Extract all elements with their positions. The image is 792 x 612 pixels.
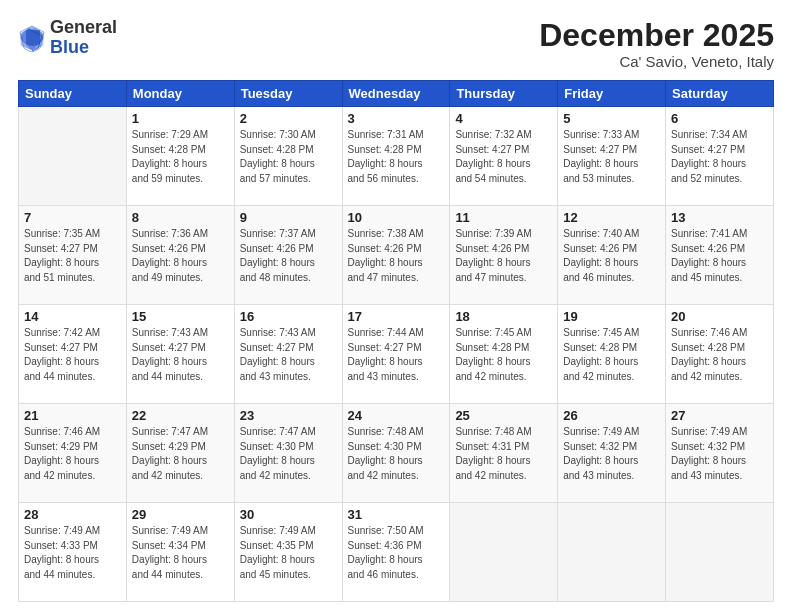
day-info: Sunrise: 7:49 AM Sunset: 4:35 PM Dayligh… — [240, 524, 337, 582]
day-info: Sunrise: 7:42 AM Sunset: 4:27 PM Dayligh… — [24, 326, 121, 384]
day-number: 10 — [348, 210, 445, 225]
day-number: 11 — [455, 210, 552, 225]
calendar-cell: 17Sunrise: 7:44 AM Sunset: 4:27 PM Dayli… — [342, 305, 450, 404]
calendar-cell — [558, 503, 666, 602]
day-info: Sunrise: 7:35 AM Sunset: 4:27 PM Dayligh… — [24, 227, 121, 285]
calendar-cell: 9Sunrise: 7:37 AM Sunset: 4:26 PM Daylig… — [234, 206, 342, 305]
calendar-cell: 14Sunrise: 7:42 AM Sunset: 4:27 PM Dayli… — [19, 305, 127, 404]
calendar-cell: 23Sunrise: 7:47 AM Sunset: 4:30 PM Dayli… — [234, 404, 342, 503]
title-block: December 2025 Ca' Savio, Veneto, Italy — [539, 18, 774, 70]
calendar-cell: 18Sunrise: 7:45 AM Sunset: 4:28 PM Dayli… — [450, 305, 558, 404]
day-number: 1 — [132, 111, 229, 126]
calendar-week-4: 21Sunrise: 7:46 AM Sunset: 4:29 PM Dayli… — [19, 404, 774, 503]
day-number: 29 — [132, 507, 229, 522]
page: General Blue December 2025 Ca' Savio, Ve… — [0, 0, 792, 612]
calendar-table: SundayMondayTuesdayWednesdayThursdayFrid… — [18, 80, 774, 602]
calendar-cell: 20Sunrise: 7:46 AM Sunset: 4:28 PM Dayli… — [666, 305, 774, 404]
calendar-week-1: 1Sunrise: 7:29 AM Sunset: 4:28 PM Daylig… — [19, 107, 774, 206]
day-info: Sunrise: 7:32 AM Sunset: 4:27 PM Dayligh… — [455, 128, 552, 186]
day-info: Sunrise: 7:49 AM Sunset: 4:32 PM Dayligh… — [671, 425, 768, 483]
calendar-cell — [19, 107, 127, 206]
day-number: 28 — [24, 507, 121, 522]
calendar-cell: 30Sunrise: 7:49 AM Sunset: 4:35 PM Dayli… — [234, 503, 342, 602]
weekday-header-wednesday: Wednesday — [342, 81, 450, 107]
calendar-cell: 8Sunrise: 7:36 AM Sunset: 4:26 PM Daylig… — [126, 206, 234, 305]
day-number: 25 — [455, 408, 552, 423]
day-info: Sunrise: 7:43 AM Sunset: 4:27 PM Dayligh… — [240, 326, 337, 384]
weekday-header-saturday: Saturday — [666, 81, 774, 107]
weekday-header-monday: Monday — [126, 81, 234, 107]
calendar-cell — [450, 503, 558, 602]
calendar-cell: 16Sunrise: 7:43 AM Sunset: 4:27 PM Dayli… — [234, 305, 342, 404]
calendar-cell: 24Sunrise: 7:48 AM Sunset: 4:30 PM Dayli… — [342, 404, 450, 503]
logo-icon — [18, 24, 46, 52]
calendar-cell: 22Sunrise: 7:47 AM Sunset: 4:29 PM Dayli… — [126, 404, 234, 503]
day-number: 22 — [132, 408, 229, 423]
day-info: Sunrise: 7:46 AM Sunset: 4:29 PM Dayligh… — [24, 425, 121, 483]
day-info: Sunrise: 7:33 AM Sunset: 4:27 PM Dayligh… — [563, 128, 660, 186]
logo-name: General Blue — [50, 18, 117, 58]
day-number: 5 — [563, 111, 660, 126]
calendar-week-2: 7Sunrise: 7:35 AM Sunset: 4:27 PM Daylig… — [19, 206, 774, 305]
day-info: Sunrise: 7:49 AM Sunset: 4:32 PM Dayligh… — [563, 425, 660, 483]
day-info: Sunrise: 7:46 AM Sunset: 4:28 PM Dayligh… — [671, 326, 768, 384]
day-number: 4 — [455, 111, 552, 126]
day-number: 12 — [563, 210, 660, 225]
day-number: 26 — [563, 408, 660, 423]
day-number: 16 — [240, 309, 337, 324]
day-number: 31 — [348, 507, 445, 522]
day-info: Sunrise: 7:34 AM Sunset: 4:27 PM Dayligh… — [671, 128, 768, 186]
calendar-week-5: 28Sunrise: 7:49 AM Sunset: 4:33 PM Dayli… — [19, 503, 774, 602]
day-info: Sunrise: 7:36 AM Sunset: 4:26 PM Dayligh… — [132, 227, 229, 285]
day-number: 21 — [24, 408, 121, 423]
weekday-header-friday: Friday — [558, 81, 666, 107]
day-info: Sunrise: 7:47 AM Sunset: 4:30 PM Dayligh… — [240, 425, 337, 483]
day-info: Sunrise: 7:45 AM Sunset: 4:28 PM Dayligh… — [563, 326, 660, 384]
calendar-cell: 4Sunrise: 7:32 AM Sunset: 4:27 PM Daylig… — [450, 107, 558, 206]
weekday-header-sunday: Sunday — [19, 81, 127, 107]
day-info: Sunrise: 7:49 AM Sunset: 4:33 PM Dayligh… — [24, 524, 121, 582]
calendar-cell: 1Sunrise: 7:29 AM Sunset: 4:28 PM Daylig… — [126, 107, 234, 206]
calendar-cell: 10Sunrise: 7:38 AM Sunset: 4:26 PM Dayli… — [342, 206, 450, 305]
day-number: 27 — [671, 408, 768, 423]
day-number: 8 — [132, 210, 229, 225]
calendar-cell: 31Sunrise: 7:50 AM Sunset: 4:36 PM Dayli… — [342, 503, 450, 602]
day-number: 17 — [348, 309, 445, 324]
day-info: Sunrise: 7:29 AM Sunset: 4:28 PM Dayligh… — [132, 128, 229, 186]
calendar-cell: 2Sunrise: 7:30 AM Sunset: 4:28 PM Daylig… — [234, 107, 342, 206]
calendar-cell: 15Sunrise: 7:43 AM Sunset: 4:27 PM Dayli… — [126, 305, 234, 404]
header: General Blue December 2025 Ca' Savio, Ve… — [18, 18, 774, 70]
calendar-cell: 26Sunrise: 7:49 AM Sunset: 4:32 PM Dayli… — [558, 404, 666, 503]
calendar-cell: 29Sunrise: 7:49 AM Sunset: 4:34 PM Dayli… — [126, 503, 234, 602]
calendar-cell: 13Sunrise: 7:41 AM Sunset: 4:26 PM Dayli… — [666, 206, 774, 305]
calendar-cell — [666, 503, 774, 602]
day-number: 23 — [240, 408, 337, 423]
day-number: 30 — [240, 507, 337, 522]
calendar-header-row: SundayMondayTuesdayWednesdayThursdayFrid… — [19, 81, 774, 107]
day-number: 15 — [132, 309, 229, 324]
day-info: Sunrise: 7:30 AM Sunset: 4:28 PM Dayligh… — [240, 128, 337, 186]
day-info: Sunrise: 7:39 AM Sunset: 4:26 PM Dayligh… — [455, 227, 552, 285]
calendar-cell: 5Sunrise: 7:33 AM Sunset: 4:27 PM Daylig… — [558, 107, 666, 206]
day-info: Sunrise: 7:48 AM Sunset: 4:30 PM Dayligh… — [348, 425, 445, 483]
day-info: Sunrise: 7:49 AM Sunset: 4:34 PM Dayligh… — [132, 524, 229, 582]
day-info: Sunrise: 7:38 AM Sunset: 4:26 PM Dayligh… — [348, 227, 445, 285]
day-info: Sunrise: 7:45 AM Sunset: 4:28 PM Dayligh… — [455, 326, 552, 384]
calendar-cell: 25Sunrise: 7:48 AM Sunset: 4:31 PM Dayli… — [450, 404, 558, 503]
day-info: Sunrise: 7:47 AM Sunset: 4:29 PM Dayligh… — [132, 425, 229, 483]
calendar-cell: 28Sunrise: 7:49 AM Sunset: 4:33 PM Dayli… — [19, 503, 127, 602]
calendar-cell: 3Sunrise: 7:31 AM Sunset: 4:28 PM Daylig… — [342, 107, 450, 206]
weekday-header-tuesday: Tuesday — [234, 81, 342, 107]
calendar-cell: 19Sunrise: 7:45 AM Sunset: 4:28 PM Dayli… — [558, 305, 666, 404]
weekday-header-thursday: Thursday — [450, 81, 558, 107]
subtitle: Ca' Savio, Veneto, Italy — [539, 53, 774, 70]
calendar-cell: 7Sunrise: 7:35 AM Sunset: 4:27 PM Daylig… — [19, 206, 127, 305]
calendar-cell: 6Sunrise: 7:34 AM Sunset: 4:27 PM Daylig… — [666, 107, 774, 206]
day-info: Sunrise: 7:43 AM Sunset: 4:27 PM Dayligh… — [132, 326, 229, 384]
calendar-cell: 11Sunrise: 7:39 AM Sunset: 4:26 PM Dayli… — [450, 206, 558, 305]
day-number: 14 — [24, 309, 121, 324]
day-number: 18 — [455, 309, 552, 324]
day-number: 6 — [671, 111, 768, 126]
day-info: Sunrise: 7:50 AM Sunset: 4:36 PM Dayligh… — [348, 524, 445, 582]
day-number: 19 — [563, 309, 660, 324]
